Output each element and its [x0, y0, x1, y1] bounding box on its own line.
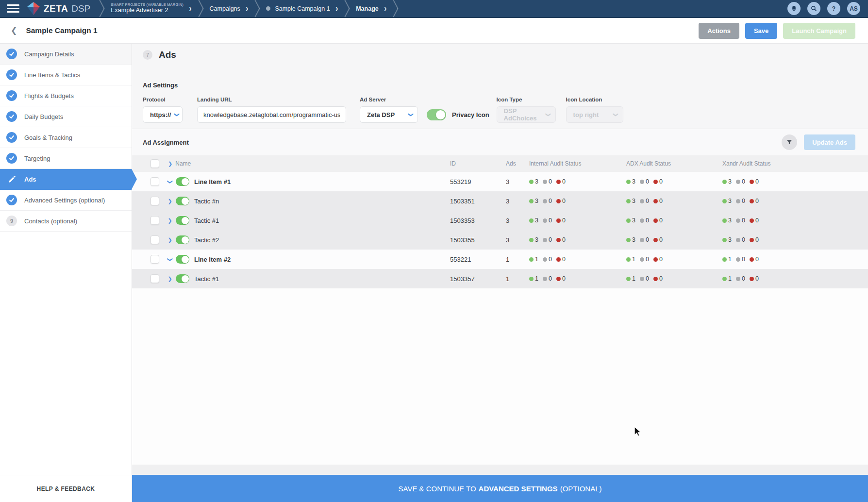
row-name: Line Item #2	[194, 256, 231, 263]
status-dot-icon	[736, 218, 740, 223]
column-header-xandr-audit[interactable]: Xandr Audit Status	[722, 160, 868, 167]
chevron-down-icon[interactable]: ❯	[167, 179, 173, 184]
chevron-right-icon[interactable]: ❯	[335, 6, 339, 11]
column-header-id[interactable]: ID	[450, 160, 506, 167]
row-checkbox[interactable]	[150, 216, 159, 225]
row-checkbox[interactable]	[150, 255, 159, 264]
chevron-down-icon[interactable]: ❯	[167, 256, 173, 262]
column-header-internal-audit[interactable]: Internal Audit Status	[529, 160, 626, 167]
audit-status-cell: 100	[722, 275, 868, 282]
sidebar-item-goals-tracking[interactable]: Goals & Tracking	[0, 127, 132, 148]
actions-button[interactable]: Actions	[699, 23, 739, 39]
status-dot-icon	[556, 238, 561, 242]
row-enabled-toggle[interactable]	[176, 177, 189, 186]
sidebar-item-flights-budgets[interactable]: Flights & Budgets	[0, 85, 132, 106]
brand-name: ZETA	[44, 3, 68, 14]
status-dot-icon	[653, 180, 658, 184]
zeta-dsp-logo[interactable]: ZETA DSP	[27, 2, 90, 16]
step-number-badge: 7	[143, 50, 152, 60]
ad-server-label: Ad Server	[360, 97, 418, 102]
status-dot-icon	[653, 238, 658, 242]
audit-status-cell: 300	[626, 178, 722, 185]
ad-settings-title: Ad Settings	[143, 82, 868, 89]
notifications-button[interactable]	[787, 2, 801, 15]
sidebar-item-campaign-details[interactable]: Campaign Details	[0, 44, 132, 65]
launch-campaign-button[interactable]: Launch Campaign	[783, 23, 855, 39]
cta-bold: ADVANCED SETTINGS	[479, 485, 558, 493]
ad-table-header: ❯ Name ID Ads Internal Audit Status ADX …	[132, 155, 868, 172]
row-enabled-toggle[interactable]	[176, 235, 189, 244]
sidebar-item-contacts-optional[interactable]: 9Contacts (optional)	[0, 211, 132, 232]
chevron-right-icon[interactable]: ❯	[188, 6, 192, 11]
breadcrumb-campaigns[interactable]: Campaigns ❯	[205, 0, 254, 17]
chevron-right-icon[interactable]: ❯	[168, 161, 172, 167]
sidebar-item-targeting[interactable]: Targeting	[0, 148, 132, 169]
row-checkbox[interactable]	[150, 235, 159, 244]
sidebar-item-daily-budgets[interactable]: Daily Budgets	[0, 106, 132, 127]
breadcrumb-advertiser[interactable]: SMART PROJECTS (VARIABLE MARGIN) Example…	[106, 0, 197, 17]
zeta-diamond-icon	[27, 2, 40, 16]
chevron-right-icon[interactable]: ❯	[167, 276, 173, 282]
update-ads-button[interactable]: Update Ads	[804, 134, 855, 150]
chevron-right-icon[interactable]: ❯	[167, 237, 173, 243]
status-dot-icon	[626, 257, 631, 262]
row-enabled-toggle[interactable]	[176, 197, 189, 205]
privacy-icon-toggle[interactable]	[427, 109, 446, 120]
breadcrumb-manage[interactable]: Manage ❯	[351, 0, 392, 17]
check-circle-icon	[6, 195, 17, 205]
chevron-right-icon[interactable]: ❯	[167, 218, 173, 224]
breadcrumb-campaign[interactable]: Sample Campaign 1 ❯	[261, 0, 343, 17]
back-chevron-icon[interactable]: ❮	[11, 27, 17, 34]
status-dot-icon	[556, 257, 561, 262]
audit-status-cell: 100	[529, 256, 626, 263]
sidebar-item-ads[interactable]: Ads	[0, 169, 132, 190]
row-checkbox[interactable]	[150, 274, 159, 283]
column-header-ads[interactable]: Ads	[506, 160, 529, 167]
row-enabled-toggle[interactable]	[176, 274, 189, 283]
chevron-right-icon[interactable]: ❯	[245, 6, 249, 11]
status-dot-icon	[543, 180, 547, 184]
audit-status-cell: 300	[529, 217, 626, 224]
status-dot-icon	[750, 257, 754, 262]
status-dot-icon	[722, 257, 727, 262]
sidebar-item-label: Ads	[24, 176, 36, 183]
status-dot-icon	[653, 257, 658, 262]
audit-status-cell: 300	[529, 198, 626, 204]
status-dot-icon	[750, 180, 754, 184]
save-continue-button[interactable]: SAVE & CONTINUE TO ADVANCED SETTINGS (OP…	[132, 475, 868, 502]
help-button[interactable]: ?	[827, 2, 840, 15]
ad-server-select[interactable]: Zeta DSP ❯	[360, 106, 418, 123]
help-feedback-button[interactable]: HELP & FEEDBACK	[0, 475, 132, 502]
chevron-right-icon[interactable]: ❯	[167, 198, 173, 204]
status-dot-icon	[529, 218, 534, 223]
row-name: Tactic #1	[194, 217, 219, 224]
filter-button[interactable]	[782, 134, 797, 150]
hamburger-menu-icon[interactable]	[7, 4, 19, 13]
sidebar-item-line-items-tactics[interactable]: Line Items & Tactics	[0, 65, 132, 85]
filter-funnel-icon	[786, 139, 793, 146]
row-ads-count: 3	[506, 178, 529, 185]
protocol-select[interactable]: https:// ❯	[143, 106, 183, 123]
row-checkbox[interactable]	[150, 177, 159, 186]
icon-type-select: DSP AdChoices ❯	[497, 106, 556, 123]
check-circle-icon	[6, 90, 17, 101]
avatar[interactable]: AS	[847, 2, 860, 15]
status-dot-icon	[722, 277, 727, 281]
select-all-checkbox[interactable]	[150, 159, 159, 168]
row-checkbox[interactable]	[150, 197, 159, 205]
question-mark-icon: ?	[832, 5, 835, 12]
column-header-adx-audit[interactable]: ADX Audit Status	[626, 160, 722, 167]
chevron-right-icon[interactable]: ❯	[384, 6, 387, 11]
sidebar-item-advanced-settings-optional[interactable]: Advanced Settings (optional)	[0, 190, 132, 211]
save-button[interactable]: Save	[745, 23, 777, 39]
landing-url-input[interactable]	[197, 106, 346, 123]
column-header-name[interactable]: Name	[175, 160, 191, 167]
sidebar-item-label: Campaign Details	[24, 50, 74, 58]
row-enabled-toggle[interactable]	[176, 255, 189, 264]
status-dot-icon	[543, 199, 547, 203]
row-ads-count: 1	[506, 256, 529, 263]
search-button[interactable]	[807, 2, 820, 15]
row-enabled-toggle[interactable]	[176, 216, 189, 225]
audit-status-cell: 300	[722, 198, 868, 204]
status-dot-icon	[543, 277, 547, 281]
